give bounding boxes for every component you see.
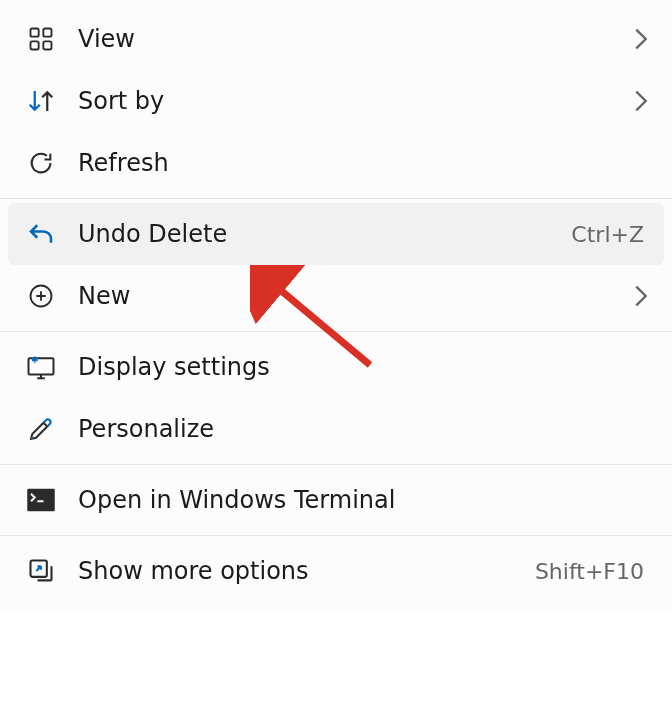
divider (0, 331, 672, 332)
display-settings-icon (24, 350, 58, 384)
undo-icon (24, 217, 58, 251)
refresh-icon (24, 146, 58, 180)
divider (0, 535, 672, 536)
svg-rect-2 (31, 41, 39, 49)
menu-label: New (78, 282, 626, 310)
menu-item-personalize[interactable]: Personalize (0, 398, 672, 460)
menu-item-undo-delete[interactable]: Undo Delete Ctrl+Z (8, 203, 664, 265)
sort-icon (24, 84, 58, 118)
divider (0, 198, 672, 199)
menu-label: Personalize (78, 415, 648, 443)
menu-label: Undo Delete (78, 220, 571, 248)
menu-label: Show more options (78, 557, 535, 585)
menu-item-new[interactable]: New (0, 265, 672, 327)
menu-item-open-terminal[interactable]: Open in Windows Terminal (0, 469, 672, 531)
divider (0, 464, 672, 465)
chevron-right-icon (634, 90, 648, 112)
menu-label: Display settings (78, 353, 648, 381)
new-icon (24, 279, 58, 313)
personalize-icon (24, 412, 58, 446)
chevron-right-icon (634, 28, 648, 50)
menu-label: Refresh (78, 149, 648, 177)
svg-rect-1 (43, 29, 51, 37)
menu-item-show-more-options[interactable]: Show more options Shift+F10 (0, 540, 672, 602)
menu-label: View (78, 25, 626, 53)
menu-item-refresh[interactable]: Refresh (0, 132, 672, 194)
menu-item-sort-by[interactable]: Sort by (0, 70, 672, 132)
shortcut-label: Ctrl+Z (571, 222, 644, 247)
menu-item-display-settings[interactable]: Display settings (0, 336, 672, 398)
svg-rect-3 (43, 41, 51, 49)
menu-item-view[interactable]: View (0, 8, 672, 70)
chevron-right-icon (634, 285, 648, 307)
context-menu: View Sort by Refresh (0, 0, 672, 610)
menu-label: Open in Windows Terminal (78, 486, 648, 514)
terminal-icon (24, 483, 58, 517)
show-more-icon (24, 554, 58, 588)
svg-rect-0 (31, 29, 39, 37)
shortcut-label: Shift+F10 (535, 559, 644, 584)
menu-label: Sort by (78, 87, 626, 115)
view-icon (24, 22, 58, 56)
